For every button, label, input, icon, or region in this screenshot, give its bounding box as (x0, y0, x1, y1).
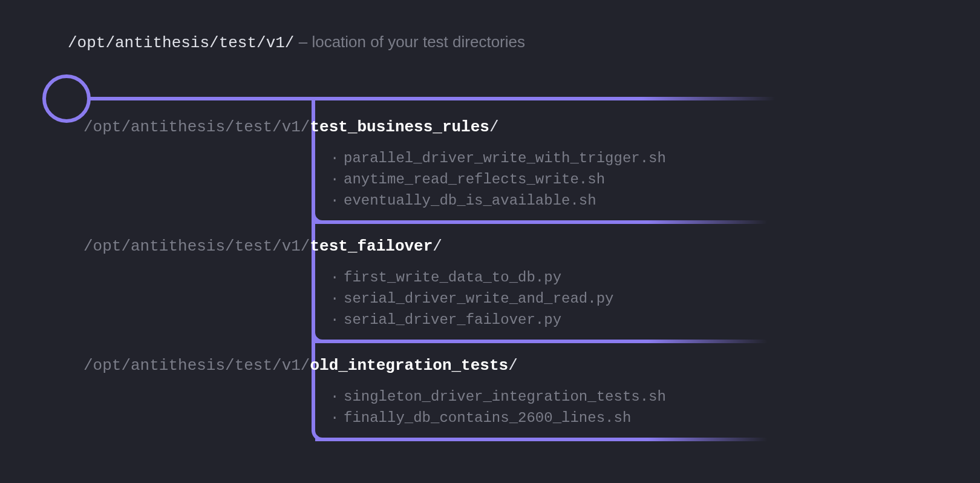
directory-prefix: /opt/antithesis/test/v1/ (83, 237, 310, 255)
diagram-canvas: /opt/antithesis/test/v1/ – location of y… (0, 0, 980, 483)
directory-prefix: /opt/antithesis/test/v1/ (83, 118, 310, 136)
file-list: ·first_write_data_to_db.py·serial_driver… (330, 268, 613, 330)
directory-name: old_integration_tests (310, 356, 508, 375)
file-name: serial_driver_failover.py (344, 312, 561, 328)
branch-line (315, 220, 980, 224)
root-node-circle (42, 74, 91, 123)
file-item: ·finally_db_contains_2600_lines.sh (330, 408, 666, 429)
file-list: ·singleton_driver_integration_tests.sh·f… (330, 387, 666, 429)
directory-block: /opt/antithesis/test/v1/test_failover/·f… (83, 237, 613, 330)
header-description: location of your test directories (312, 33, 525, 51)
file-item: ·serial_driver_write_and_read.py (330, 289, 613, 310)
header-path: /opt/antithesis/test/v1/ (68, 34, 294, 52)
bullet-icon: · (330, 289, 344, 310)
trailing-slash: / (433, 237, 442, 255)
bullet-icon: · (330, 169, 344, 191)
header-dash: – (294, 33, 312, 51)
file-name: finally_db_contains_2600_lines.sh (344, 410, 631, 426)
main-branch-line (90, 97, 980, 100)
trailing-slash: / (489, 118, 499, 136)
directory-path: /opt/antithesis/test/v1/old_integration_… (83, 356, 666, 375)
bullet-icon: · (330, 387, 344, 408)
trailing-slash: / (508, 356, 518, 375)
directory-path: /opt/antithesis/test/v1/test_business_ru… (83, 118, 666, 136)
bullet-icon: · (330, 191, 344, 212)
file-item: ·eventually_db_is_available.sh (330, 191, 666, 212)
bullet-icon: · (330, 148, 344, 169)
file-item: ·parallel_driver_write_with_trigger.sh (330, 148, 666, 169)
bullet-icon: · (330, 268, 344, 289)
file-name: anytime_read_reflects_write.sh (344, 171, 605, 188)
directory-name: test_failover (310, 237, 433, 255)
directory-block: /opt/antithesis/test/v1/old_integration_… (83, 356, 666, 429)
file-item: ·first_write_data_to_db.py (330, 268, 613, 289)
bullet-icon: · (330, 310, 344, 331)
directory-prefix: /opt/antithesis/test/v1/ (83, 356, 310, 375)
branch-line (315, 438, 980, 441)
directory-name: test_business_rules (310, 118, 489, 136)
bullet-icon: · (330, 408, 344, 429)
branch-line (315, 340, 980, 343)
directory-path: /opt/antithesis/test/v1/test_failover/ (83, 237, 613, 255)
file-name: serial_driver_write_and_read.py (344, 291, 613, 307)
file-name: first_write_data_to_db.py (344, 269, 561, 286)
directory-block: /opt/antithesis/test/v1/test_business_ru… (83, 118, 666, 211)
file-item: ·anytime_read_reflects_write.sh (330, 169, 666, 191)
file-name: eventually_db_is_available.sh (344, 192, 596, 209)
file-name: singleton_driver_integration_tests.sh (344, 389, 666, 405)
header-line: /opt/antithesis/test/v1/ – location of y… (68, 33, 525, 52)
file-name: parallel_driver_write_with_trigger.sh (344, 150, 666, 166)
file-list: ·parallel_driver_write_with_trigger.sh·a… (330, 148, 666, 211)
file-item: ·serial_driver_failover.py (330, 310, 613, 331)
file-item: ·singleton_driver_integration_tests.sh (330, 387, 666, 408)
